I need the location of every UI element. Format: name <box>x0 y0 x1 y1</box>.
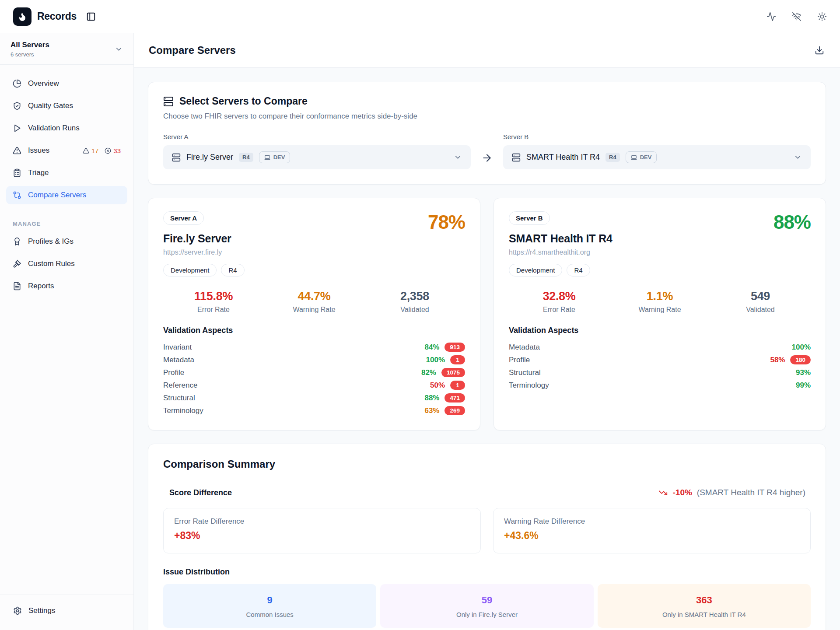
topbar: Records <box>0 0 840 33</box>
only-in-server-b-box: 363 Only in SMART Health IT R4 <box>598 584 811 628</box>
error-count-badge: 471 <box>444 393 465 402</box>
sidebar-item-reports[interactable]: Reports <box>6 277 127 295</box>
aspect-row-terminology: Terminology 99% <box>509 379 811 392</box>
download-button[interactable] <box>815 46 824 55</box>
sidebar-nav: Overview Quality Gates Validation Runs I… <box>0 65 133 595</box>
server-b-name: SMART Health IT R4 <box>509 232 612 245</box>
sidebar-item-compare-servers[interactable]: Compare Servers <box>6 186 127 204</box>
server-b-aspects-title: Validation Aspects <box>509 326 811 335</box>
aspect-row-reference: Reference 50%1 <box>163 379 465 392</box>
issues-error-badge: 33 <box>105 147 121 154</box>
sidebar-item-label: Issues <box>28 146 49 155</box>
score-difference-value: -10% <box>672 488 692 497</box>
only-in-server-b-value: 363 <box>605 595 804 606</box>
select-card-subtitle: Choose two FHIR servers to compare their… <box>163 112 811 121</box>
server-icon <box>163 96 174 107</box>
server-a-dropdown[interactable]: Fire.ly Server R4 DEV <box>163 145 471 169</box>
connection-status-button[interactable] <box>792 12 802 21</box>
only-in-server-a-value: 59 <box>387 595 586 606</box>
sidebar-item-overview[interactable]: Overview <box>6 74 127 93</box>
comparison-summary-card: Comparison Summary Score Difference -10%… <box>148 444 826 630</box>
server-b-url: https://r4.smarthealthit.org <box>509 248 612 256</box>
error-count-badge: 913 <box>444 343 465 352</box>
sun-icon <box>817 12 827 21</box>
server-b-validated: 549 <box>710 290 811 303</box>
wifi-off-icon <box>792 12 802 21</box>
chevron-down-icon <box>454 153 462 161</box>
server-a-version-badge: R4 <box>239 153 253 162</box>
alert-triangle-icon <box>13 146 21 155</box>
server-b-label: Server B <box>503 133 811 140</box>
server-b-badge: Server B <box>509 211 550 225</box>
aspect-row-metadata: Metadata 100%1 <box>163 354 465 366</box>
summary-title: Comparison Summary <box>163 458 811 470</box>
server-a-card: Server A Fire.ly Server https://server.f… <box>148 198 480 430</box>
server-b-selected-value: SMART Health IT R4 <box>526 153 600 162</box>
server-a-env-badge: DEV <box>259 151 290 163</box>
alert-triangle-icon <box>83 147 89 154</box>
aspect-row-terminology: Terminology 63%269 <box>163 404 465 417</box>
arrow-right-icon <box>481 152 493 164</box>
activity-button[interactable] <box>766 12 776 21</box>
sidebar-item-validation-runs[interactable]: Validation Runs <box>6 119 127 137</box>
error-rate-difference-value: +83% <box>174 530 470 542</box>
app-logo <box>13 7 32 26</box>
sidebar-item-settings[interactable]: Settings <box>10 603 123 619</box>
shield-check-icon <box>13 102 21 110</box>
sidebar-item-label: Triage <box>28 168 49 177</box>
sidebar-item-quality-gates[interactable]: Quality Gates <box>6 97 127 115</box>
select-card-title: Select Servers to Compare <box>179 95 308 107</box>
chevron-down-icon <box>794 153 802 161</box>
server-b-score: 88% <box>774 211 811 233</box>
select-servers-card: Select Servers to Compare Choose two FHI… <box>148 82 826 185</box>
trending-down-icon <box>658 488 668 497</box>
clipboard-list-icon <box>13 168 21 177</box>
sidebar-toggle-button[interactable] <box>86 12 96 21</box>
warning-rate-difference-value: +43.6% <box>504 530 800 542</box>
activity-icon <box>766 12 776 21</box>
server-scope-selector[interactable]: All Servers 6 servers <box>0 33 133 65</box>
aspect-row-structural: Structural 93% <box>509 366 811 379</box>
chevron-down-icon <box>115 45 123 53</box>
sidebar-item-triage[interactable]: Triage <box>6 164 127 182</box>
error-count-badge: 1075 <box>441 368 465 377</box>
server-b-error-rate: 32.8% <box>509 290 609 303</box>
sidebar-item-issues[interactable]: Issues 17 33 <box>6 141 127 160</box>
issues-warning-badge: 17 <box>83 147 99 154</box>
sidebar-item-custom-rules[interactable]: Custom Rules <box>6 255 127 273</box>
main-content: Compare Servers Select Servers to Compar… <box>134 33 840 630</box>
circle-x-icon <box>105 147 111 154</box>
server-icon <box>172 153 181 162</box>
server-b-warning-rate: 1.1% <box>609 290 710 303</box>
server-a-name: Fire.ly Server <box>163 232 245 245</box>
download-icon <box>815 46 824 55</box>
theme-toggle-button[interactable] <box>817 12 827 21</box>
warning-rate-difference-box: Warning Rate Difference +43.6% <box>493 508 811 553</box>
sidebar-item-label: Settings <box>28 606 55 615</box>
server-b-version-badge: R4 <box>606 153 620 162</box>
sidebar-item-label: Validation Runs <box>28 124 80 133</box>
file-text-icon <box>13 282 21 290</box>
server-a-selected-value: Fire.ly Server <box>186 153 233 162</box>
sidebar: All Servers 6 servers Overview Quality G… <box>0 33 134 630</box>
server-b-env-tag: Development <box>509 264 562 276</box>
server-scope-subtitle: 6 servers <box>10 51 49 58</box>
score-difference-note: (SMART Health IT R4 higher) <box>697 488 805 497</box>
aspect-row-structural: Structural 88%471 <box>163 392 465 404</box>
sidebar-section-manage: MANAGE <box>6 208 127 232</box>
error-count-badge: 180 <box>790 355 811 364</box>
server-a-env-tag: Development <box>163 264 217 276</box>
error-count-badge: 1 <box>450 355 465 364</box>
server-a-validated: 2,358 <box>364 290 465 303</box>
aspect-row-profile: Profile 58%180 <box>509 354 811 366</box>
sidebar-item-label: Custom Rules <box>28 259 75 268</box>
sidebar-item-profiles-igs[interactable]: Profiles & IGs <box>6 232 127 251</box>
server-a-aspects-title: Validation Aspects <box>163 326 465 335</box>
server-b-dropdown[interactable]: SMART Health IT R4 R4 DEV <box>503 145 811 169</box>
gear-icon <box>13 606 22 615</box>
laptop-icon <box>264 154 270 161</box>
issue-distribution-title: Issue Distribution <box>163 567 811 577</box>
server-a-error-rate: 115.8% <box>163 290 264 303</box>
laptop-icon <box>631 154 637 161</box>
server-a-label: Server A <box>163 133 471 140</box>
